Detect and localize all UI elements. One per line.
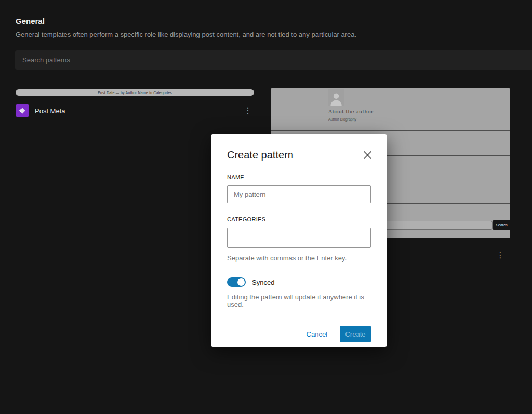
ellipsis-icon: ⋮	[497, 250, 504, 260]
ellipsis-icon: ⋮	[244, 105, 252, 115]
more-options-button[interactable]: ⋮	[242, 104, 254, 117]
toggle-knob	[237, 278, 245, 286]
pattern-name: Post Meta	[35, 107, 65, 115]
post-meta-preview-text: Post Date — by Author Name in Categories	[98, 91, 172, 95]
synced-toggle[interactable]	[227, 277, 246, 287]
close-icon	[363, 151, 372, 159]
synced-toggle-label: Synced	[252, 278, 274, 286]
synced-pattern-icon	[16, 104, 29, 117]
create-button[interactable]: Create	[340, 326, 371, 342]
cancel-button[interactable]: Cancel	[300, 327, 334, 341]
synced-toggle-row: Synced	[227, 277, 371, 287]
categories-field-label: CATEGORIES	[227, 216, 371, 222]
post-meta-pattern-preview[interactable]: Post Date — by Author Name in Categories	[16, 89, 254, 96]
search-input[interactable]	[15, 50, 532, 70]
divider	[271, 130, 510, 131]
categories-help-text: Separate with commas or the Enter key.	[227, 254, 371, 262]
avatar	[328, 89, 344, 106]
about-author-heading: About the author	[328, 109, 374, 114]
person-icon	[328, 90, 344, 106]
name-field-label: NAME	[227, 174, 371, 180]
page-description: General templates often perform a specif…	[16, 31, 356, 38]
page-title: General	[16, 17, 45, 25]
close-button[interactable]	[361, 149, 374, 161]
create-pattern-dialog: Create pattern NAME CATEGORIES Separate …	[211, 134, 387, 347]
more-options-button[interactable]: ⋮	[494, 249, 507, 261]
author-biography-text: Author Biography	[328, 117, 356, 121]
dialog-title: Create pattern	[227, 149, 371, 161]
preview-search-button: Search	[493, 220, 510, 230]
synced-help-text: Editing the pattern will update it anywh…	[227, 293, 371, 309]
pattern-name-input[interactable]	[227, 185, 371, 203]
post-meta-pattern-row: Post Meta ⋮	[16, 103, 254, 118]
pattern-categories-input[interactable]	[227, 228, 371, 248]
dialog-footer: Cancel Create	[227, 326, 371, 342]
